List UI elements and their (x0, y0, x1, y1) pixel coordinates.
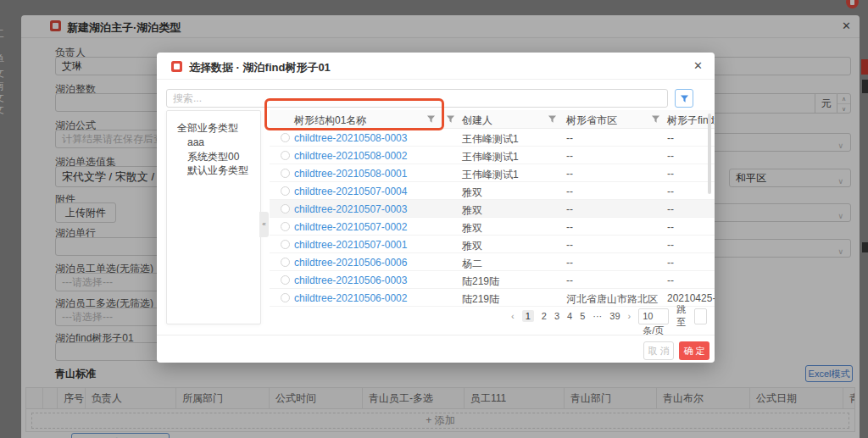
filter-toggle-button[interactable] (675, 89, 693, 108)
region-cell: -- (566, 186, 573, 197)
screen: 工 单 文 南 文 文 新建湖泊主子·湖泊类型 ✕ 负责人 艾琳 湖泊整数 湖泊… (0, 0, 868, 438)
extra-cell: -- (667, 132, 674, 144)
creator-cell: 王伟峰测试1 (462, 168, 519, 182)
creator-cell: 雅双 (462, 239, 482, 253)
creator-cell: 王伟峰测试1 (462, 150, 519, 164)
category-all[interactable]: 全部业务类型 (177, 121, 238, 136)
funnel-icon[interactable] (651, 114, 660, 124)
radio-icon[interactable] (281, 204, 290, 213)
region-cell: -- (566, 274, 573, 286)
table-row[interactable]: childtree-20210507-0003 雅双 -- -- (270, 200, 715, 218)
record-link[interactable]: childtree-20210506-0006 (294, 257, 407, 269)
extra-cell: -- (667, 203, 674, 215)
table-row[interactable]: childtree-20210507-0004 雅双 -- -- (270, 182, 715, 200)
page-number[interactable]: 5 (580, 311, 585, 321)
region-cell: 河北省唐山市路北区 (566, 292, 658, 307)
modal-header: 选择数据 · 湖泊find树形子01 ✕ (157, 53, 715, 80)
record-link[interactable]: childtree-20210508-0003 (294, 132, 407, 144)
creator-cell: 雅双 (462, 203, 482, 218)
creator-cell: 王伟峰测试1 (462, 132, 519, 147)
prev-page-icon[interactable]: ‹ (511, 311, 515, 321)
radio-icon[interactable] (281, 133, 290, 142)
page-number[interactable]: 4 (567, 311, 572, 321)
creator-cell: 雅双 (462, 186, 482, 200)
radio-icon[interactable] (281, 258, 290, 267)
extra-cell: -- (667, 168, 674, 180)
funnel-icon[interactable] (426, 114, 436, 124)
radio-icon[interactable] (281, 151, 290, 160)
category-item[interactable]: aaa (187, 136, 204, 148)
page-number[interactable]: 2 (542, 311, 547, 321)
radio-icon[interactable] (281, 240, 290, 249)
extra-cell: -- (667, 274, 674, 286)
next-page-icon[interactable]: › (628, 311, 632, 321)
record-link[interactable]: childtree-20210506-0003 (294, 274, 407, 286)
funnel-icon[interactable] (446, 114, 455, 124)
region-cell: -- (566, 257, 573, 269)
jump-label: 跳至 (676, 303, 687, 329)
modal-table: 树形结构01名称 创建人 树形省市区 树形子find大 childtree-20… (270, 110, 715, 312)
category-panel: 全部业务类型 aaa 系统类型00 默认业务类型 (166, 110, 261, 324)
region-cell: -- (566, 203, 573, 215)
page-number[interactable]: 1 (522, 310, 534, 322)
table-row[interactable]: childtree-20210508-0002 王伟峰测试1 -- -- (270, 147, 715, 164)
extra-cell: -- (667, 257, 674, 269)
form-icon (171, 61, 182, 72)
category-item[interactable]: 系统类型00 (187, 150, 239, 164)
col-region[interactable]: 树形省市区 (566, 114, 617, 128)
record-link[interactable]: childtree-20210507-0003 (294, 203, 407, 215)
confirm-button[interactable]: 确 定 (679, 341, 709, 360)
record-link[interactable]: childtree-20210507-0001 (294, 239, 407, 251)
creator-cell: 陆219陆 (462, 274, 499, 289)
extra-cell: -- (667, 221, 674, 233)
search-input[interactable]: 搜索... (166, 89, 668, 108)
table-row[interactable]: childtree-20210506-0006 杨二 -- -- (270, 253, 715, 271)
extra-cell: -- (667, 186, 674, 197)
extra-cell: 20210425- (667, 292, 715, 304)
radio-icon[interactable] (281, 222, 290, 231)
col-tree-name[interactable]: 树形结构01名称 (294, 114, 366, 128)
creator-cell: 杨二 (462, 257, 482, 271)
page-ellipsis: ··· (593, 311, 602, 321)
extra-cell: -- (667, 150, 674, 162)
funnel-icon (680, 94, 689, 103)
table-row[interactable]: childtree-20210506-0003 陆219陆 -- -- (270, 271, 715, 289)
page-number[interactable]: 3 (554, 311, 559, 321)
record-link[interactable]: childtree-20210506-0002 (294, 292, 407, 304)
collapse-panel-icon[interactable]: « (259, 212, 269, 237)
modal-close-icon[interactable]: ✕ (693, 59, 703, 72)
radio-icon[interactable] (281, 293, 290, 302)
page-size-value: 10 条/页 (643, 311, 664, 335)
radio-icon[interactable] (281, 275, 290, 285)
page-number[interactable]: 39 (609, 311, 620, 321)
record-link[interactable]: childtree-20210508-0002 (294, 150, 407, 162)
modal-table-header: 树形结构01名称 创建人 树形省市区 树形子find大 (270, 110, 715, 129)
modal-title: 选择数据 · 湖泊find树形子01 (189, 60, 331, 75)
table-row[interactable]: childtree-20210507-0001 雅双 -- -- (270, 236, 715, 253)
funnel-icon[interactable] (548, 114, 557, 124)
record-link[interactable]: childtree-20210507-0004 (294, 186, 407, 197)
creator-cell: 雅双 (462, 221, 482, 236)
select-data-modal: 选择数据 · 湖泊find树形子01 ✕ 搜索... 全部业务类型 aaa 系统… (157, 53, 715, 363)
table-row[interactable]: childtree-20210508-0003 王伟峰测试1 -- -- (270, 129, 715, 147)
region-cell: -- (566, 239, 573, 251)
modal-footer: 取 消 确 定 (157, 335, 715, 363)
creator-cell: 陆219陆 (462, 292, 499, 307)
region-cell: -- (566, 168, 573, 180)
radio-icon[interactable] (281, 169, 290, 178)
col-creator[interactable]: 创建人 (462, 114, 492, 128)
table-row[interactable]: childtree-20210508-0001 王伟峰测试1 -- -- (270, 164, 715, 182)
category-item[interactable]: 默认业务类型 (187, 164, 248, 178)
page-size-select[interactable]: 10 条/页∨ (638, 308, 669, 324)
jump-page-input[interactable] (694, 308, 708, 324)
table-row[interactable]: childtree-20210506-0002 陆219陆 河北省唐山市路北区 … (270, 289, 715, 307)
region-cell: -- (566, 221, 573, 233)
record-link[interactable]: childtree-20210507-0002 (294, 221, 407, 233)
region-cell: -- (566, 132, 573, 144)
radio-icon[interactable] (281, 186, 290, 196)
table-row[interactable]: childtree-20210507-0002 雅双 -- -- (270, 218, 715, 236)
cancel-button[interactable]: 取 消 (643, 341, 674, 360)
pagination: ‹ 1 2 3 4 5 ··· 39 › 10 条/页∨ 跳至 页 (511, 308, 715, 324)
table-scrollbar[interactable] (708, 114, 711, 194)
record-link[interactable]: childtree-20210508-0001 (294, 168, 407, 180)
